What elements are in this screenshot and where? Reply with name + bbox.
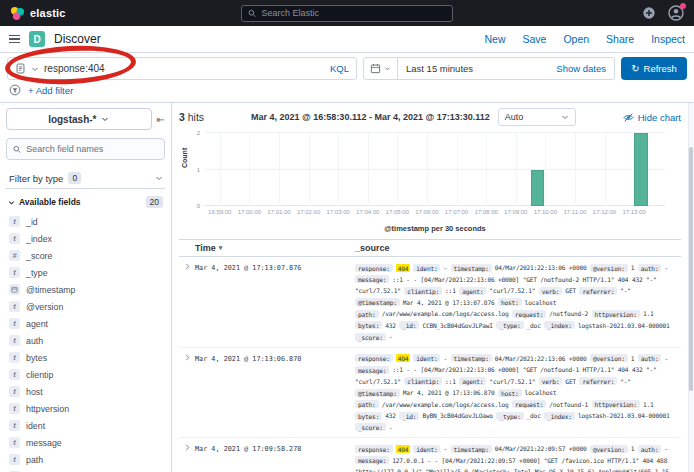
- field-item-message[interactable]: tmessage: [6, 434, 165, 451]
- action-open[interactable]: Open: [563, 33, 589, 45]
- field-item-timestamp[interactable]: @timestamp: [6, 281, 165, 298]
- discover-app-badge[interactable]: D: [29, 31, 45, 47]
- index-pattern-select[interactable]: logstash-*: [6, 108, 152, 130]
- kql-toggle[interactable]: KQL: [330, 63, 349, 74]
- user-avatar[interactable]: [668, 5, 684, 21]
- field-item-auth[interactable]: tauth: [6, 332, 165, 349]
- gridline: [338, 133, 339, 206]
- table-row: Mar 4, 2021 @ 17:13:07.876response:404id…: [179, 257, 681, 348]
- x-tick-label: 17:07:00: [445, 209, 468, 215]
- calendar-button[interactable]: [364, 58, 398, 79]
- time-span-label: Mar 4, 2021 @ 16:58:30.112 - Mar 4, 2021…: [251, 112, 490, 122]
- global-search-input[interactable]: [261, 8, 446, 18]
- show-dates-link[interactable]: Show dates: [556, 63, 614, 74]
- histogram-bar[interactable]: [531, 170, 545, 207]
- text-field-icon: t: [9, 454, 20, 465]
- action-share[interactable]: Share: [606, 33, 634, 45]
- discover-main: 3 hits Mar 4, 2021 @ 16:58:30.112 - Mar …: [172, 103, 694, 472]
- add-filter-button[interactable]: + Add filter: [28, 85, 73, 96]
- field-badge: auth:: [638, 445, 662, 453]
- field-search-input[interactable]: [26, 144, 158, 154]
- field-item-ident[interactable]: tident: [6, 417, 165, 434]
- field-badge: @timestamp:: [355, 298, 400, 306]
- filter-options-icon[interactable]: [9, 84, 21, 96]
- search-icon: [248, 9, 256, 18]
- expand-caret-icon[interactable]: [179, 262, 195, 343]
- field-name: httpversion: [26, 404, 69, 414]
- text-field-icon: t: [9, 267, 20, 278]
- field-item-referrer[interactable]: treferrer: [6, 468, 165, 472]
- x-tick-label: 17:03:00: [326, 209, 349, 215]
- fields-sidebar: logstash-* ⇤ Filter by type 0: [0, 103, 172, 472]
- refresh-button[interactable]: ↻ Refresh: [621, 57, 687, 80]
- field-item-httpversion[interactable]: thttpversion: [6, 400, 165, 417]
- collapse-sidebar-icon[interactable]: ⇤: [157, 114, 165, 125]
- source-text: localhost: [525, 389, 560, 396]
- field-badge: referrer:: [579, 377, 617, 385]
- deployment-icon[interactable]: [642, 6, 656, 20]
- text-field-icon: t: [9, 318, 20, 329]
- field-item-agent[interactable]: tagent: [6, 315, 165, 332]
- sort-descending-icon[interactable]: ▾: [219, 244, 223, 252]
- available-fields-count: 20: [146, 196, 163, 208]
- hide-chart-button[interactable]: Hide chart: [623, 112, 681, 123]
- field-item-version[interactable]: t@version: [6, 298, 165, 315]
- gridline: [368, 133, 369, 206]
- interval-select[interactable]: Auto: [498, 108, 576, 126]
- field-badge: _type:: [496, 412, 523, 420]
- field-item-index[interactable]: t_index: [6, 230, 165, 247]
- x-tick-label: 17:02:00: [297, 209, 320, 215]
- field-search[interactable]: [6, 138, 165, 160]
- field-badge: host:: [498, 298, 522, 306]
- brand-name: elastic: [30, 7, 66, 19]
- gridline: [605, 133, 606, 206]
- expand-caret-icon[interactable]: [179, 443, 195, 472]
- source-text: Mar 4, 2021 @ 17:13:06.870: [403, 389, 498, 396]
- app-navbar: D Discover NewSaveOpenShareInspect: [0, 26, 694, 53]
- kql-query-input[interactable]: [44, 63, 325, 74]
- field-badge: request:: [512, 400, 546, 408]
- field-item-clientip[interactable]: tclientip: [6, 366, 165, 383]
- elastic-brand[interactable]: elastic: [10, 6, 66, 21]
- saved-query-icon[interactable]: [15, 63, 26, 74]
- source-text: /var/www/example.com/logs/access.log: [382, 310, 512, 317]
- scrollbar-thumb[interactable]: [689, 147, 693, 391]
- available-fields-header[interactable]: Available fields 20: [6, 196, 165, 208]
- field-item-path[interactable]: tpath: [6, 451, 165, 468]
- source-text: -: [664, 264, 671, 271]
- filter-by-type[interactable]: Filter by type 0: [6, 168, 165, 189]
- text-field-icon: t: [9, 437, 20, 448]
- chevron-down-icon[interactable]: [31, 65, 39, 73]
- menu-icon[interactable]: [9, 35, 20, 44]
- expand-caret-icon[interactable]: [179, 353, 195, 434]
- field-item-score[interactable]: #_score: [6, 247, 165, 264]
- action-new[interactable]: New: [484, 33, 505, 45]
- text-field-icon: t: [9, 386, 20, 397]
- gridline: [397, 133, 398, 206]
- action-save[interactable]: Save: [522, 33, 546, 45]
- time-range-value[interactable]: Last 15 minutes: [398, 63, 556, 74]
- field-badge: response:: [355, 354, 393, 362]
- field-item-bytes[interactable]: tbytes: [6, 349, 165, 366]
- query-input[interactable]: KQL: [7, 57, 357, 80]
- type-filter-count: 0: [68, 172, 81, 184]
- field-badge: _id:: [399, 321, 419, 329]
- x-tick-label: 17:11:00: [563, 209, 586, 215]
- action-inspect[interactable]: Inspect: [651, 33, 685, 45]
- field-badge: verb:: [539, 287, 563, 295]
- column-time[interactable]: Time ▾: [179, 243, 355, 253]
- field-badge: message:: [355, 275, 389, 283]
- global-search[interactable]: [241, 5, 453, 22]
- source-text: 04/Mar/2021:22:09:57 +0000: [495, 445, 590, 452]
- field-item-type[interactable]: t_type: [6, 264, 165, 281]
- field-item-id[interactable]: t_id: [6, 213, 165, 230]
- histogram-bar[interactable]: [634, 133, 648, 206]
- x-tick-label: 17:10:00: [534, 209, 557, 215]
- source-text: -: [443, 355, 450, 362]
- x-tick-label: 17:09:00: [504, 209, 527, 215]
- source-text: GET: [565, 287, 579, 294]
- field-item-host[interactable]: thost: [6, 383, 165, 400]
- field-badge: _index:: [544, 321, 575, 329]
- vertical-scrollbar[interactable]: [688, 103, 694, 472]
- field-badge: _index:: [544, 412, 575, 420]
